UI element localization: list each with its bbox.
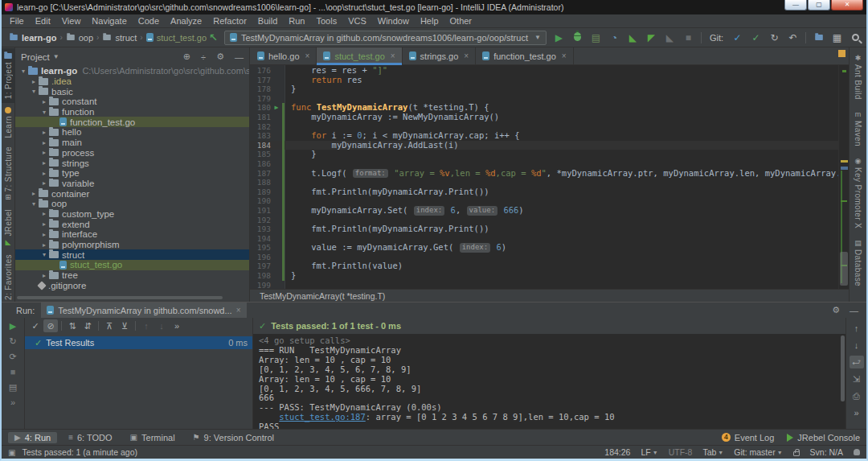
code-editor[interactable]: 176 res = res + "]"177 return res178}179… [250, 65, 838, 289]
run-gutter-icon[interactable]: ▶ [271, 103, 282, 113]
collapse-all-button[interactable]: ÷ [201, 52, 206, 62]
tree-arrow-icon[interactable]: ▸ [29, 78, 39, 85]
tab-close-icon[interactable]: × [562, 51, 567, 60]
more-options-button[interactable]: » [170, 319, 184, 332]
console-link[interactable]: stuct_test.go:187 [279, 412, 365, 422]
attach-debugger-button[interactable]: ◣ [664, 32, 676, 43]
tree-item-tree[interactable]: ▸tree [15, 270, 249, 281]
tree-arrow-icon[interactable]: ▸ [39, 179, 49, 187]
toolwindow-button-terminal[interactable]: ▣Terminal [124, 432, 182, 443]
expand-all-button[interactable]: ⊼ [102, 319, 117, 332]
gear-icon[interactable]: ⚙ [216, 51, 224, 62]
tree-item-hello[interactable]: ▸hello [15, 127, 249, 138]
run-panel-tab[interactable]: TestMyDynamicArray in github.com/snowd..… [41, 303, 246, 318]
close-icon[interactable]: × [236, 306, 241, 315]
tree-item-type[interactable]: ▸type [15, 168, 249, 179]
toolwindow-button-4-run[interactable]: ▶4: Run [8, 432, 57, 443]
debug-button[interactable] [571, 32, 583, 43]
tree-arrow-icon[interactable]: ▸ [39, 98, 49, 105]
tab-close-icon[interactable]: × [464, 51, 469, 60]
tree-arrow-icon[interactable]: ▸ [39, 159, 49, 167]
svn-widget[interactable]: Svn: N/A [810, 447, 843, 457]
scrollbar-thumb[interactable] [840, 252, 848, 286]
hide-panel-button[interactable]: — [235, 52, 244, 62]
test-results-row[interactable]: ✓ Test Results 0 ms [25, 336, 252, 349]
restore-layout-button[interactable]: ▤ [9, 383, 17, 392]
menu-edit[interactable]: Edit [30, 16, 56, 26]
tree-arrow-icon[interactable]: ▸ [39, 170, 49, 177]
run-configuration-select[interactable]: TestMyDynamicArray in github.com/snowdre… [224, 31, 547, 45]
tree-item-process[interactable]: ▸process [15, 148, 249, 158]
run-button[interactable]: ▶ [553, 32, 565, 43]
indent-widget[interactable]: Tab▼ [702, 447, 723, 457]
line-separator-widget[interactable]: LF▼ [641, 447, 657, 457]
caret-position-widget[interactable]: 184:26 [604, 447, 630, 457]
scroll-down-button[interactable]: ↓ [850, 339, 864, 352]
tree-arrow-icon[interactable]: ▸ [39, 220, 49, 228]
layout-button[interactable]: ▦ [831, 32, 843, 43]
tree-arrow-icon[interactable]: ▾ [18, 68, 28, 75]
widget-jrebel-console[interactable]: JRebel Console [787, 433, 860, 442]
search-everywhere-button[interactable] [850, 32, 862, 43]
tree-arrow-icon[interactable]: ▾ [29, 88, 39, 95]
tree-item-strings[interactable]: ▸strings [15, 158, 249, 168]
tab-hello.go[interactable]: hello.go× [251, 47, 317, 64]
tree-arrow-icon[interactable]: ▸ [39, 149, 49, 156]
collapse-all-button[interactable]: ⊻ [117, 319, 132, 332]
stripe-button-maven[interactable]: mMaven [854, 105, 862, 152]
tool-window-switcher-icon[interactable]: ▣ [8, 448, 15, 457]
tree-item-extend[interactable]: ▸extend [15, 219, 249, 229]
tree-arrow-icon[interactable]: ▾ [29, 200, 39, 208]
tree-arrow-icon[interactable]: ▸ [39, 241, 49, 249]
error-stripe[interactable] [838, 65, 849, 289]
tab-close-icon[interactable]: × [391, 51, 395, 60]
menu-code[interactable]: Code [133, 16, 165, 26]
rollback-button[interactable]: ↶ [787, 32, 799, 43]
tree-item-.gitignore[interactable]: .gitignore [15, 280, 249, 290]
menu-refactor[interactable]: Refactor [207, 16, 252, 26]
hector-highlighting-icon[interactable] [854, 449, 860, 455]
git-update-button[interactable]: ✓ [731, 32, 743, 43]
close-button[interactable]: ✕ [831, 0, 863, 10]
show-passed-button[interactable]: ✓ [28, 319, 43, 332]
console-scrollbar[interactable] [841, 335, 845, 401]
tree-arrow-icon[interactable]: ▸ [29, 190, 39, 197]
tree-arrow-icon[interactable]: ▾ [39, 251, 49, 258]
scroll-to-end-button[interactable]: ⇲ [850, 373, 864, 385]
rerun-button[interactable]: ▶ [10, 322, 16, 331]
tree-item-struct[interactable]: ▾struct [15, 249, 249, 260]
tab-close-icon[interactable]: × [305, 51, 310, 60]
tree-arrow-icon[interactable]: ▸ [39, 139, 49, 146]
tree-item-main[interactable]: ▸main [15, 138, 249, 148]
tree-arrow-icon[interactable]: ▸ [39, 210, 49, 217]
more-options-button[interactable]: » [10, 398, 15, 407]
minimize-button[interactable]: — [784, 0, 807, 10]
tree-arrow-icon[interactable]: ▸ [39, 129, 49, 136]
menu-help[interactable]: Help [415, 16, 444, 26]
stripe-button-jrebel[interactable]: JRebel◣ [2, 205, 15, 250]
tree-item-container[interactable]: ▸container [15, 188, 249, 199]
run-console[interactable]: <4 go setup calls>=== RUN TestMyDynamicA… [253, 334, 845, 429]
navigate-arrow-icon[interactable]: ↖ [209, 34, 218, 42]
tree-item-variable[interactable]: ▸variable [15, 179, 249, 189]
sort-alphabetically-button[interactable]: ⇅ [65, 319, 80, 332]
tree-item-.idea[interactable]: ▸.idea [15, 76, 249, 87]
menu-navigate[interactable]: Navigate [86, 16, 132, 26]
menu-analyze[interactable]: Analyze [165, 16, 207, 26]
encoding-widget[interactable]: UTF-8 [669, 447, 693, 457]
breadcrumb-item[interactable]: stuct_test.go [144, 33, 209, 43]
tree-item-oop[interactable]: ▾oop [15, 199, 249, 209]
profiler-button[interactable]: ◔ [608, 32, 620, 43]
rerun-failed-button[interactable]: ↻ [9, 337, 16, 346]
history-button[interactable]: ↻ [768, 32, 780, 43]
git-branch-widget[interactable]: Git: master▼ [734, 447, 782, 457]
tree-item-constant[interactable]: ▸constant [15, 97, 249, 107]
menu-other[interactable]: Other [444, 16, 478, 26]
git-commit-button[interactable]: ✓ [750, 32, 762, 43]
toolwindow-button-6-todo[interactable]: ≡6: TODO [62, 432, 118, 443]
tree-item-interface[interactable]: ▸interface [15, 229, 249, 240]
menu-tools[interactable]: Tools [310, 16, 342, 26]
maximize-button[interactable]: ▢ [808, 0, 830, 10]
stripe-button-1-project[interactable]: 1: Project [2, 48, 15, 103]
warning-mark[interactable] [841, 160, 848, 163]
